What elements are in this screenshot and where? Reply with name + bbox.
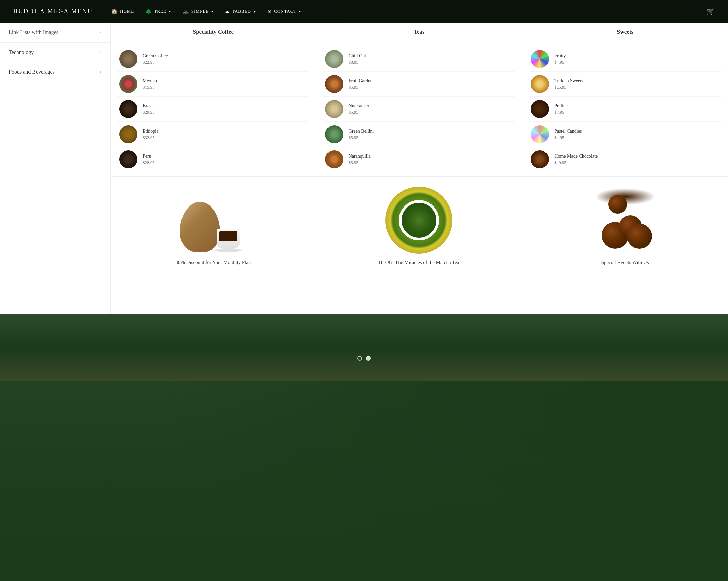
sidebar-foods-label: Foods and Beverages [9, 69, 55, 75]
product-image [325, 50, 343, 68]
list-item[interactable]: Mexico $15.95 [117, 72, 309, 97]
product-price: $5.95 [348, 110, 513, 115]
sidebar-technology-label: Technology [9, 49, 34, 55]
cart-icon[interactable]: 🛒 [706, 7, 714, 16]
banner-matcha[interactable]: BLOG: The Miracles of the Matcha Tea [316, 177, 522, 274]
product-info: Brasil $29.95 [142, 103, 307, 115]
list-item[interactable]: Turkish Sweets $25.95 [529, 72, 721, 97]
list-item[interactable]: Pastel Candies $4.95 [529, 122, 721, 147]
banner-coffee-label: 30% Discount for Your Monthly Plan [176, 259, 251, 266]
bike-icon: 🚲 [182, 8, 189, 15]
tree-arrow-icon: ▾ [169, 10, 171, 13]
product-price: $29.95 [142, 110, 307, 115]
list-item[interactable]: Fruity $4.95 [529, 47, 721, 72]
mega-menu: Link Lists with Images › Technology › Fo… [0, 23, 728, 314]
nav-tree[interactable]: 🌲 TREE ▾ [141, 6, 176, 17]
sidebar-item-technology[interactable]: Technology › [0, 43, 110, 62]
banner-chocolate[interactable]: Special Events With Us [522, 177, 728, 274]
product-price: $5.95 [348, 85, 513, 90]
product-image [531, 50, 549, 68]
product-price: $15.95 [142, 85, 307, 90]
cloud-icon: ☁ [225, 8, 230, 15]
product-name: Home Made Chocolate [554, 153, 719, 159]
carousel-dots [357, 356, 371, 367]
product-name: Brasil [142, 103, 307, 109]
background-section [0, 314, 728, 381]
tree-icon: 🌲 [145, 8, 152, 15]
product-price: $4.95 [554, 135, 719, 140]
sidebar-foods-arrow: › [100, 69, 101, 75]
simple-arrow-icon: ▾ [211, 10, 213, 13]
dot-1[interactable] [357, 356, 362, 361]
product-name: Chill Out [348, 53, 513, 59]
list-item[interactable]: Chill Out $8.95 [323, 47, 515, 72]
product-price: $49.95 [554, 160, 719, 165]
product-name: Green Coffee [142, 53, 307, 59]
nav-tabbed[interactable]: ☁ TABBED ▾ [220, 6, 261, 17]
product-image [119, 125, 137, 143]
product-columns: Green Coffee $22.95 Mexico $15.95 Brasil [110, 42, 728, 177]
navbar: BUDDHA MEGA MENU 🏠 HOME 🌲 TREE ▾ 🚲 SIMPL… [0, 0, 728, 23]
product-image [325, 150, 343, 168]
product-info: Ethiopia $32.95 [142, 128, 307, 140]
banner-chocolate-label: Special Events With Us [601, 259, 649, 266]
list-item[interactable]: Naranquilla $5.95 [323, 147, 515, 172]
sidebar-item-foods[interactable]: Foods and Beverages › [0, 62, 110, 82]
banners-row: 30% Discount for Your Monthly Plan BLOG:… [110, 177, 728, 274]
product-image [531, 100, 549, 118]
banner-chocolate-image [585, 187, 666, 254]
product-name: Fruit Garden [348, 78, 513, 84]
nav-home-label: HOME [120, 9, 134, 14]
product-name: Mexico [142, 78, 307, 84]
coffee-sack [180, 202, 220, 252]
product-name: Nutcracker [348, 103, 513, 109]
list-item[interactable]: Brasil $29.95 [117, 97, 309, 122]
product-name: Pralines [554, 103, 719, 109]
brand-name: BUDDHA MEGA MENU [14, 8, 93, 15]
list-item[interactable]: Green Bellini $5.95 [323, 122, 515, 147]
product-price: $32.95 [142, 135, 307, 140]
product-name: Turkish Sweets [554, 78, 719, 84]
nav-contact[interactable]: ✉ CONTACT ▾ [263, 6, 306, 17]
sidebar-technology-arrow: › [100, 50, 101, 55]
sidebar: Link Lists with Images › Technology › Fo… [0, 23, 110, 314]
banner-coffee[interactable]: 30% Discount for Your Monthly Plan [110, 177, 316, 274]
product-image [325, 125, 343, 143]
product-name: Peru [142, 153, 307, 159]
column-headers: Speciality Coffee Teas Sweets [110, 23, 728, 42]
nav-simple[interactable]: 🚲 SIMPLE ▾ [178, 6, 218, 17]
product-info: Pralines $7.95 [554, 103, 719, 115]
teas-column: Chill Out $8.95 Fruit Garden $5.95 Nutcr… [316, 42, 522, 176]
product-name: Green Bellini [348, 128, 513, 134]
tabbed-arrow-icon: ▾ [254, 10, 256, 13]
nav-items: 🏠 HOME 🌲 TREE ▾ 🚲 SIMPLE ▾ ☁ TABBED ▾ ✉ … [106, 6, 706, 17]
product-price: $5.95 [348, 135, 513, 140]
product-info: Pastel Candies $4.95 [554, 128, 719, 140]
coffee-column: Green Coffee $22.95 Mexico $15.95 Brasil [110, 42, 316, 176]
product-info: Home Made Chocolate $49.95 [554, 153, 719, 165]
nav-home[interactable]: 🏠 HOME [106, 6, 139, 17]
coffee-cup [217, 225, 247, 252]
list-item[interactable]: Green Coffee $22.95 [117, 47, 309, 72]
col-header-teas: Teas [316, 23, 522, 42]
list-item[interactable]: Pralines $7.95 [529, 97, 721, 122]
list-item[interactable]: Ethiopia $32.95 [117, 122, 309, 147]
product-price: $4.95 [554, 60, 719, 65]
choc-ball-3 [627, 224, 652, 249]
list-item[interactable]: Nutcracker $5.95 [323, 97, 515, 122]
product-price: $25.95 [554, 85, 719, 90]
dot-2[interactable] [366, 356, 371, 361]
product-image [119, 150, 137, 168]
nav-contact-label: CONTACT [274, 9, 296, 14]
sidebar-link-lists-arrow: › [100, 30, 101, 35]
product-image [531, 125, 549, 143]
list-item[interactable]: Peru $28.95 [117, 147, 309, 172]
sidebar-item-link-lists[interactable]: Link Lists with Images › [0, 23, 110, 43]
product-price: $28.95 [142, 160, 307, 165]
product-image [531, 150, 549, 168]
col-header-sweets: Sweets [522, 23, 728, 42]
list-item[interactable]: Fruit Garden $5.95 [323, 72, 515, 97]
list-item[interactable]: Home Made Chocolate $49.95 [529, 147, 721, 172]
product-image [119, 100, 137, 118]
nav-simple-label: SIMPLE [191, 9, 209, 14]
